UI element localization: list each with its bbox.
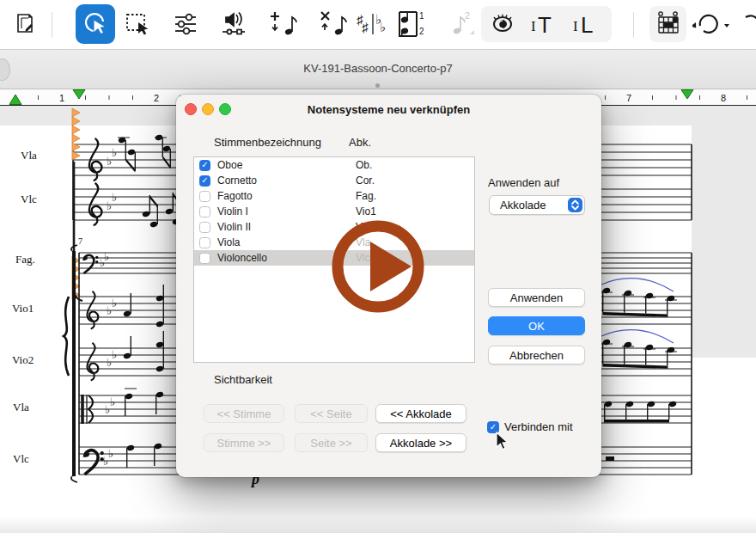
lyrics-tool-icon[interactable]: I L — [568, 5, 606, 43]
measure-number: 7 — [78, 236, 82, 246]
chord-grid-icon[interactable] — [649, 5, 686, 43]
svg-text:L: L — [581, 12, 593, 38]
redo-icon[interactable] — [737, 5, 756, 43]
app-window: ♯♯ ♭♭ 12 2 — [0, 0, 756, 533]
svg-text:T: T — [538, 12, 552, 38]
svg-text:♯: ♯ — [362, 20, 369, 34]
link-with-label: Verbinden mit — [504, 420, 573, 433]
text-tool-icon[interactable]: I T — [526, 5, 564, 43]
tuplet-2-icon: 2 — [443, 5, 481, 43]
svg-text:♭: ♭ — [112, 146, 117, 159]
page-edit-icon[interactable] — [7, 5, 45, 43]
svg-text:♭: ♭ — [108, 447, 113, 460]
view-eye-icon[interactable] — [484, 5, 521, 43]
svg-text:7: 7 — [626, 93, 631, 103]
svg-text:♭: ♭ — [112, 297, 117, 309]
mouse-cursor-icon — [495, 432, 510, 452]
svg-text:♭: ♭ — [380, 20, 386, 34]
svg-text:♭: ♭ — [104, 250, 109, 263]
svg-text:2: 2 — [154, 93, 159, 103]
checkbox-checked-icon[interactable]: ✓ — [199, 175, 210, 187]
accidentals-icon[interactable]: ♯♯ ♭♭ — [354, 5, 390, 43]
insert-note-icon[interactable] — [265, 5, 302, 43]
instrument-name: Cornetto — [217, 175, 257, 187]
filter-sliders-icon[interactable] — [167, 5, 204, 43]
toolbar-separator — [633, 12, 634, 38]
document-titlebar: KV-191-Bassoon-Concerto-p7 — [0, 50, 756, 89]
checkbox-icon[interactable] — [199, 237, 210, 248]
apply-to-popup[interactable]: Akkolade — [489, 195, 585, 215]
popup-chevrons-icon — [568, 198, 582, 212]
instrument-name: Violin II — [217, 221, 251, 233]
visibility-button[interactable]: << Akkolade — [375, 404, 466, 423]
staff-label: Vio2 — [12, 353, 34, 367]
staff-label: Fag. — [15, 253, 35, 266]
svg-text:8: 8 — [721, 93, 726, 103]
instrument-abbr: Ob. — [356, 159, 372, 171]
dialog-title: Notensysteme neu verknüpfen — [176, 103, 601, 116]
instrument-name: Fagotto — [217, 190, 253, 202]
instrument-row[interactable]: ✓OboeOb. — [194, 157, 474, 173]
column-header-name: Stimmenbezeichnung — [214, 136, 321, 149]
pointer-select-icon[interactable] — [76, 4, 115, 44]
ok-button[interactable]: OK — [488, 316, 585, 335]
play-button[interactable] — [322, 211, 434, 322]
svg-text:2: 2 — [465, 10, 470, 21]
instrument-abbr: Cor. — [356, 175, 375, 187]
column-header-abbr: Abk. — [349, 136, 371, 149]
apply-to-value: Akkolade — [500, 199, 546, 211]
apply-button[interactable]: Anwenden — [488, 288, 585, 307]
instrument-abbr: Fag. — [356, 190, 376, 202]
visibility-button: Seite >> — [295, 433, 368, 452]
staff-label: Vla — [13, 401, 29, 414]
staff-label: Vlc — [13, 452, 29, 466]
visibility-button[interactable]: Akkolade >> — [375, 433, 466, 452]
staff-label: Vlc — [21, 193, 37, 206]
visibility-button: Stimme >> — [204, 433, 284, 452]
visibility-button: << Seite — [295, 404, 368, 423]
collapse-dot[interactable] — [375, 83, 380, 88]
svg-text:♭: ♭ — [112, 348, 117, 361]
svg-text:1: 1 — [59, 93, 64, 103]
checkbox-checked-icon[interactable]: ✓ — [199, 160, 210, 171]
marquee-select-icon[interactable] — [119, 5, 156, 43]
svg-text:♭: ♭ — [112, 191, 117, 204]
undo-icon[interactable] — [692, 5, 730, 43]
staff-label: Vla — [21, 149, 37, 162]
instrument-name: Violoncello — [217, 252, 267, 264]
instrument-name: Oboe — [217, 159, 242, 171]
instrument-name: Violin I — [217, 205, 248, 217]
cancel-button[interactable]: Abbrechen — [488, 346, 585, 365]
toolbar-separator — [52, 12, 52, 38]
staff-label: Vio1 — [12, 302, 34, 316]
instrument-name: Viola — [217, 236, 240, 248]
checkbox-icon[interactable] — [199, 253, 210, 264]
delete-note-icon[interactable] — [314, 5, 352, 43]
visibility-label: Sichtbarkeit — [214, 373, 272, 386]
apply-to-label: Anwenden auf — [488, 176, 559, 189]
checkbox-icon[interactable] — [199, 222, 210, 233]
document-title: KV-191-Bassoon-Concerto-p7 — [0, 62, 756, 75]
instrument-row[interactable]: ✓CornettoCor. — [194, 173, 474, 188]
svg-text:I: I — [573, 18, 578, 34]
svg-text:2: 2 — [419, 27, 424, 36]
audio-dynamics-icon[interactable] — [215, 5, 253, 43]
svg-text:♭: ♭ — [110, 395, 115, 408]
checkbox-icon[interactable] — [199, 191, 210, 202]
svg-text:I: I — [531, 18, 536, 34]
svg-text:1: 1 — [419, 11, 424, 21]
instrument-row[interactable]: FagottoFag. — [194, 188, 474, 204]
checkbox-icon[interactable] — [199, 206, 210, 217]
toolbar: ♯♯ ♭♭ 12 2 — [0, 0, 756, 50]
voices-1-2-icon[interactable]: 12 — [391, 5, 429, 43]
visibility-button: << Stimme — [204, 404, 284, 423]
